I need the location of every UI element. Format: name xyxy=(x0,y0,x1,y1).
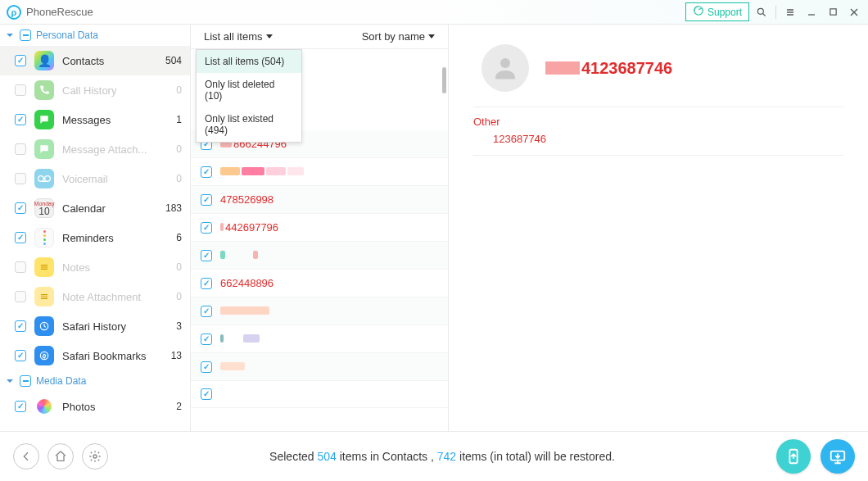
checkbox[interactable] xyxy=(201,361,212,373)
support-icon xyxy=(693,5,704,19)
status-text: Selected 504 items in Contacts , 742 ite… xyxy=(108,450,776,463)
settings-button[interactable] xyxy=(82,443,108,470)
safbk-icon xyxy=(34,346,54,365)
restore-to-computer-button[interactable] xyxy=(821,439,855,474)
restore-to-device-button[interactable] xyxy=(776,439,811,474)
sidebar-item-messages[interactable]: Messages1 xyxy=(0,105,190,134)
vm-icon xyxy=(34,169,54,188)
svg-point-8 xyxy=(93,455,97,458)
support-button[interactable]: Support xyxy=(685,2,749,21)
checkbox[interactable] xyxy=(201,250,212,261)
contact-label: 662448896 xyxy=(220,277,274,289)
app-logo-icon: ρ xyxy=(7,5,21,20)
contact-row[interactable]: 478526998 xyxy=(191,186,448,214)
checkbox[interactable] xyxy=(15,202,26,214)
checkbox[interactable] xyxy=(15,232,26,243)
sidebar-item-voicemail: Voicemail0 xyxy=(0,164,190,193)
sidebar-item-photos[interactable]: Photos2 xyxy=(0,392,190,421)
back-button[interactable] xyxy=(13,443,39,470)
home-button[interactable] xyxy=(47,443,74,470)
sort-dropdown[interactable]: Sort by name xyxy=(362,30,435,43)
filter-label: List all items xyxy=(204,30,263,43)
svg-point-1 xyxy=(757,8,763,14)
sidebar-item-count: 0 xyxy=(159,143,182,155)
filter-option[interactable]: List all items (504) xyxy=(197,50,301,73)
call-icon xyxy=(34,80,54,100)
redacted-name xyxy=(545,61,580,75)
close-button[interactable] xyxy=(845,3,863,21)
cal-icon: Monday10 xyxy=(34,198,54,218)
search-icon[interactable] xyxy=(753,3,771,21)
sidebar-item-label: Calendar xyxy=(62,202,151,215)
checkbox[interactable] xyxy=(15,350,26,361)
sidebar-item-count: 2 xyxy=(159,401,182,412)
sidebar-item-count: 0 xyxy=(159,173,182,184)
sidebar-item-safari-history[interactable]: Safari History3 xyxy=(0,311,190,341)
sidebar-item-label: Contacts xyxy=(62,55,151,67)
contact-name-number: 4123687746 xyxy=(581,59,672,78)
separator xyxy=(775,6,776,19)
checkbox[interactable] xyxy=(201,306,212,317)
contact-row[interactable] xyxy=(191,381,448,408)
checkbox[interactable] xyxy=(201,388,212,400)
noteatt-icon xyxy=(34,287,54,306)
filter-option[interactable]: Only list existed (494) xyxy=(197,107,301,142)
attach-icon xyxy=(34,139,54,159)
checkbox[interactable] xyxy=(15,114,26,125)
sidebar-item-count: 1 xyxy=(159,114,182,125)
checkbox[interactable] xyxy=(201,222,212,234)
checkbox[interactable] xyxy=(201,194,212,206)
contact-label xyxy=(220,361,246,373)
photos-icon xyxy=(34,397,54,416)
menu-icon[interactable] xyxy=(781,3,799,21)
filter-dropdown[interactable]: List all items xyxy=(204,30,273,43)
contact-row[interactable] xyxy=(191,158,448,186)
section-header[interactable]: Personal Data xyxy=(0,25,190,46)
contact-row[interactable] xyxy=(191,325,448,353)
scrollbar-thumb[interactable] xyxy=(442,67,446,93)
field-label-other: Other xyxy=(473,107,843,128)
sidebar-item-count: 0 xyxy=(159,291,182,302)
checkbox xyxy=(15,291,26,302)
filter-option[interactable]: Only list deleted (10) xyxy=(197,73,301,107)
checkbox[interactable] xyxy=(15,55,26,66)
svg-point-4 xyxy=(45,176,51,182)
contact-row[interactable] xyxy=(191,297,448,325)
checkbox[interactable] xyxy=(201,278,212,289)
sidebar-item-label: Reminders xyxy=(62,232,151,244)
sidebar-item-reminders[interactable]: Reminders6 xyxy=(0,223,190,252)
contact-label xyxy=(220,166,305,178)
sidebar-item-label: Messages xyxy=(62,114,151,126)
support-label: Support xyxy=(708,7,742,18)
checkbox[interactable] xyxy=(15,320,26,332)
sidebar-item-label: Photos xyxy=(62,401,151,413)
maximize-button[interactable] xyxy=(824,3,842,21)
contact-label xyxy=(220,305,271,317)
sidebar-item-safari-bookmarks[interactable]: Safari Bookmarks13 xyxy=(0,341,190,370)
sidebar-item-message-attach-: Message Attach...0 xyxy=(0,134,190,164)
sidebar-item-calendar[interactable]: Monday10Calendar183 xyxy=(0,193,190,223)
sidebar: Personal Data👤Contacts504Call History0Me… xyxy=(0,25,191,431)
checkbox[interactable] xyxy=(20,29,31,41)
svg-point-3 xyxy=(38,176,44,182)
chevron-down-icon xyxy=(5,30,15,40)
checkbox[interactable] xyxy=(15,401,26,412)
contact-row[interactable] xyxy=(191,242,448,270)
sidebar-item-count: 3 xyxy=(159,320,182,332)
checkbox xyxy=(15,173,26,184)
checkbox[interactable] xyxy=(201,334,212,345)
chevron-down-icon xyxy=(428,34,435,39)
sidebar-item-contacts[interactable]: 👤Contacts504 xyxy=(0,46,190,75)
contact-row[interactable] xyxy=(191,353,448,381)
contact-label xyxy=(220,249,260,261)
contact-row[interactable]: 662448896 xyxy=(191,270,448,297)
sidebar-item-note-attachment: Note Attachment0 xyxy=(0,282,190,311)
section-header[interactable]: Media Data xyxy=(0,370,190,392)
minimize-button[interactable] xyxy=(802,3,821,21)
checkbox[interactable] xyxy=(201,166,212,178)
contact-row[interactable]: 442697796 xyxy=(191,214,448,242)
checkbox[interactable] xyxy=(20,375,31,387)
rem-icon xyxy=(34,228,54,247)
checkbox xyxy=(15,143,26,155)
notes-icon xyxy=(34,257,54,277)
